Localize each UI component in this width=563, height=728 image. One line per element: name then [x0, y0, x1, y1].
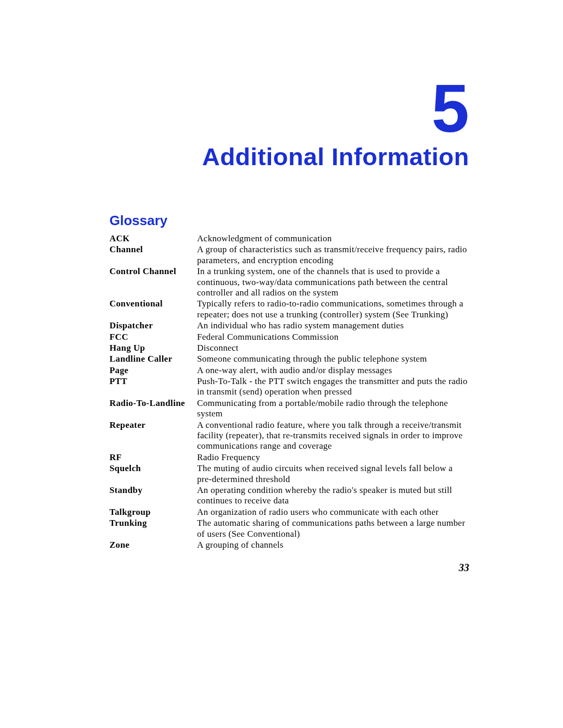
glossary-definition: Federal Communications Commission [197, 332, 469, 342]
glossary-definition: The muting of audio circuits when receiv… [197, 463, 469, 485]
glossary-row: Standby An operating condition whereby t… [109, 485, 469, 507]
glossary-row: Repeater A conventional radio feature, w… [109, 419, 469, 452]
glossary-row: Dispatcher An individual who has radio s… [109, 320, 469, 331]
glossary-row: Squelch The muting of audio circuits whe… [109, 463, 469, 485]
glossary-row: FCC Federal Communications Commission [109, 331, 469, 342]
glossary-row: ACK Acknowledgment of communication [109, 233, 469, 244]
glossary-row: Landline Caller Someone communicating th… [109, 353, 469, 364]
glossary-term: FCC [109, 332, 197, 342]
glossary-term: Conventional [109, 299, 197, 309]
glossary-definition: Typically refers to radio-to-radio commu… [197, 299, 469, 320]
glossary-definition: Communicating from a portable/mobile rad… [197, 398, 469, 419]
glossary-definition: A group of characteristics such as trans… [197, 244, 469, 266]
glossary-term: RF [109, 452, 197, 463]
glossary-term: Hang Up [109, 343, 197, 353]
glossary-term: Squelch [109, 463, 197, 474]
glossary-row: RF Radio Frequency [109, 452, 469, 463]
glossary-definition: A conventional radio feature, where you … [197, 420, 469, 452]
glossary-term: Zone [109, 540, 197, 550]
glossary-row: PTT Push-To-Talk - the PTT switch engage… [109, 376, 469, 398]
glossary-row: Channel A group of characteristics such … [109, 244, 469, 266]
glossary-definition: An individual who has radio system manag… [197, 320, 469, 331]
glossary-definition: In a trunking system, one of the channel… [197, 266, 469, 298]
glossary-definition: The automatic sharing of communications … [197, 518, 469, 539]
page-number: 33 [109, 562, 469, 574]
section-title-glossary: Glossary [109, 213, 469, 229]
chapter-number: 5 [109, 78, 469, 139]
glossary-row: Zone A grouping of channels [109, 539, 469, 550]
glossary-term: Channel [109, 244, 197, 255]
glossary-term: Dispatcher [109, 320, 197, 331]
glossary-term: Page [109, 365, 197, 376]
chapter-title: Additional Information [109, 142, 469, 171]
glossary-table: ACK Acknowledgment of communication Chan… [109, 233, 469, 550]
glossary-row: Conventional Typically refers to radio-t… [109, 298, 469, 320]
glossary-term: Radio-To-Landline [109, 398, 197, 409]
glossary-row: Control Channel In a trunking system, on… [109, 266, 469, 298]
glossary-term: Repeater [109, 420, 197, 430]
glossary-term: Trunking [109, 518, 197, 528]
glossary-definition: A one-way alert, with audio and/or displ… [197, 365, 469, 376]
glossary-definition: An organization of radio users who commu… [197, 507, 469, 517]
glossary-definition: Push-To-Talk - the PTT switch engages th… [197, 376, 469, 398]
glossary-term: Standby [109, 485, 197, 496]
glossary-row: Hang Up Disconnect [109, 342, 469, 353]
glossary-row: Talkgroup An organization of radio users… [109, 507, 469, 517]
glossary-term: Landline Caller [109, 354, 197, 364]
glossary-row: Page A one-way alert, with audio and/or … [109, 365, 469, 376]
glossary-term: Control Channel [109, 266, 197, 277]
glossary-row: Trunking The automatic sharing of commun… [109, 517, 469, 539]
glossary-definition: Someone communicating through the public… [197, 354, 469, 364]
glossary-term: Talkgroup [109, 507, 197, 517]
glossary-definition: An operating condition whereby the radio… [197, 485, 469, 507]
glossary-definition: Acknowledgment of communication [197, 233, 469, 244]
glossary-term: PTT [109, 376, 197, 387]
glossary-row: Radio-To-Landline Communicating from a p… [109, 398, 469, 419]
document-page: 5 Additional Information Glossary ACK Ac… [0, 0, 563, 728]
glossary-definition: Disconnect [197, 343, 469, 353]
glossary-term: ACK [109, 233, 197, 244]
glossary-definition: A grouping of channels [197, 540, 469, 550]
glossary-definition: Radio Frequency [197, 452, 469, 463]
